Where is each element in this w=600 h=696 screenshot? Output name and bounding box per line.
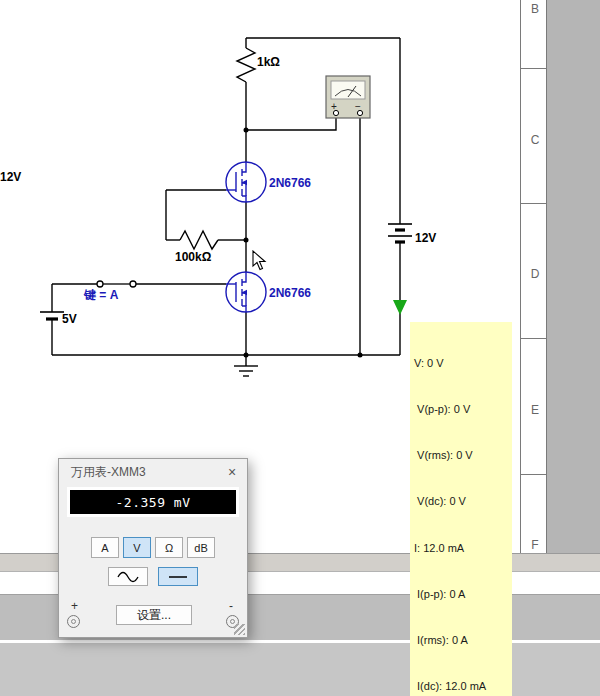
probe-readout: V: 0 V V(p-p): 0 V V(rms): 0 V V(dc): 0 … [410,322,512,696]
ground-symbol[interactable] [234,355,258,376]
battery-12v[interactable] [388,224,412,242]
sheet-row-letter: B [524,2,546,16]
junction-dots [244,128,363,358]
ac-mode-button[interactable] [108,567,148,586]
positive-terminal-jack[interactable] [67,615,80,628]
probe-readout-line: V: 0 V [414,356,508,371]
resistor-r2-value: 100kΩ [175,250,212,264]
meter-gauge-icon [331,81,365,99]
resistor-r1-value: 1kΩ [257,55,280,69]
mosfet-q2[interactable] [226,272,266,312]
multimeter-mode-buttons: A V Ω dB [59,537,247,558]
battery-5v-label: 5V [62,312,77,326]
mosfet-q2-label: 2N6766 [269,286,311,300]
mode-button-volt[interactable]: V [123,537,151,558]
sheet-row-letter: F [524,538,546,552]
sheet-row-letter: E [524,403,546,417]
sheet-row-divider [520,338,547,339]
sheet-row-divider [520,474,547,475]
sheet-row-letter: C [524,133,546,147]
probe-readout-line: V(rms): 0 V [414,448,508,463]
positive-terminal-label: + [71,599,78,613]
resize-grip[interactable] [234,624,245,635]
resistor-r2[interactable] [180,231,218,249]
multimeter-title: 万用表-XMM3 [59,464,217,481]
dc-waveform-icon [166,571,190,583]
sheet-border-line [520,0,521,553]
sheet-row-divider [520,68,547,69]
switch-key-label: 键 = A [83,288,119,302]
mouse-cursor [252,250,268,272]
mode-button-db[interactable]: dB [187,537,215,558]
left-edge-12v-label: 12V [0,170,21,184]
sheet-row-letter: D [524,267,546,281]
negative-terminal-label: - [229,599,233,613]
sheet-row-divider [520,203,547,204]
current-probe-arrow-icon[interactable] [393,300,407,315]
probe-readout-line: I(rms): 0 A [414,633,508,648]
resistor-r1[interactable] [237,48,255,82]
probe-readout-line: V(p-p): 0 V [414,402,508,417]
multimeter-waveform-buttons [59,567,247,586]
battery-5v[interactable] [40,312,64,319]
xmm3-instrument-icon[interactable]: + − [326,76,370,118]
probe-readout-line: I(p-p): 0 A [414,587,508,602]
multimeter-titlebar[interactable]: 万用表-XMM3 × [59,459,247,485]
multimeter-reading-display: -2.359 mV [67,487,239,517]
battery-12v-label: 12V [415,231,436,245]
probe-readout-line: I: 12.0 mA [414,541,508,556]
settings-button[interactable]: 设置... [116,605,192,625]
mode-button-ampere[interactable]: A [91,537,119,558]
ac-waveform-icon [116,571,140,583]
mode-button-ohm[interactable]: Ω [155,537,183,558]
close-icon[interactable]: × [217,459,247,485]
probe-readout-line: I(dc): 12.0 mA [414,679,508,694]
mosfet-q1[interactable] [226,162,266,202]
switch-key-a[interactable] [97,281,136,287]
workspace-outside-area [547,0,600,553]
multimeter-dialog: 万用表-XMM3 × -2.359 mV A V Ω dB + - 设置... [58,458,248,638]
dc-mode-button[interactable] [158,567,198,586]
mosfet-q1-label: 2N6766 [269,176,311,190]
probe-readout-line: V(dc): 0 V [414,494,508,509]
